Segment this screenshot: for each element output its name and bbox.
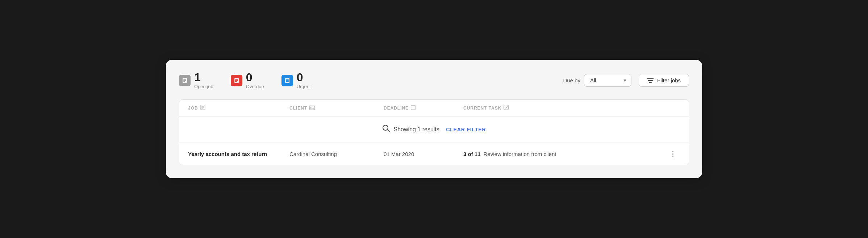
main-card: 1 Open job 0 Overdue (166, 60, 702, 178)
task-col-icon (504, 105, 509, 111)
svg-point-20 (310, 107, 312, 108)
stat-urgent: 0 Urgent (281, 71, 311, 89)
client-name: Cardinal Consulting (289, 151, 384, 157)
svg-rect-6 (235, 80, 238, 81)
top-bar: 1 Open job 0 Overdue (179, 71, 689, 89)
client-col-icon (309, 105, 315, 111)
stat-open-jobs: 1 Open job (179, 71, 213, 89)
svg-rect-1 (183, 79, 186, 80)
urgent-label: Urgent (297, 84, 311, 89)
col-header-deadline: DEADLINE (384, 105, 463, 111)
job-name: Yearly accounts and tax return (188, 151, 289, 157)
stat-overdue: 0 Overdue (231, 71, 264, 89)
job-col-icon (200, 105, 205, 111)
filter-jobs-label: Filter jobs (657, 77, 681, 83)
svg-rect-11 (286, 81, 289, 82)
col-header-job: JOB (188, 105, 289, 111)
svg-rect-18 (201, 108, 203, 108)
svg-rect-2 (183, 80, 186, 81)
svg-rect-25 (504, 105, 509, 110)
due-by-select-wrapper[interactable]: All This week This month Next month ▼ (584, 74, 631, 87)
overdue-icon (231, 75, 242, 86)
current-task-cell: 3 of 11 Review information from client (463, 151, 665, 157)
overdue-count: 0 (246, 71, 264, 83)
top-right-controls: Due by All This week This month Next mon… (563, 74, 689, 87)
filter-result-text: Showing 1 results. (394, 126, 441, 133)
svg-line-27 (387, 130, 389, 132)
svg-rect-9 (286, 79, 289, 80)
col-client-label: CLIENT (289, 106, 307, 111)
open-jobs-icon (179, 75, 191, 86)
overdue-text: 0 Overdue (246, 71, 264, 89)
filter-icon (647, 78, 654, 83)
task-description: Review information from client (484, 151, 556, 157)
col-task-label: CURRENT TASK (463, 106, 501, 111)
open-jobs-label: Open job (194, 84, 213, 89)
due-by-select[interactable]: All This week This month Next month (584, 74, 631, 87)
svg-rect-16 (201, 106, 204, 107)
due-by-label: Due by (563, 77, 580, 83)
clear-filter-button[interactable]: CLEAR FILTER (446, 127, 486, 132)
svg-rect-3 (183, 81, 185, 82)
col-header-client: CLIENT (289, 105, 384, 111)
row-menu-button[interactable]: ⋮ (665, 149, 680, 158)
svg-rect-17 (201, 107, 204, 107)
stats-group: 1 Open job 0 Overdue (179, 71, 311, 89)
col-header-current-task: CURRENT TASK (463, 105, 680, 111)
svg-rect-21 (411, 106, 416, 110)
open-jobs-text: 1 Open job (194, 71, 213, 89)
svg-rect-7 (235, 81, 237, 82)
svg-rect-10 (286, 80, 289, 81)
urgent-icon (281, 75, 293, 86)
open-jobs-count: 1 (194, 71, 213, 83)
col-deadline-label: DEADLINE (384, 106, 409, 111)
deadline-value: 01 Mar 2020 (384, 151, 463, 157)
filter-jobs-button[interactable]: Filter jobs (639, 74, 689, 87)
urgent-count: 0 (297, 71, 311, 83)
urgent-text: 0 Urgent (297, 71, 311, 89)
task-progress: 3 of 11 (463, 151, 481, 157)
due-by-group: Due by All This week This month Next mon… (563, 74, 631, 87)
filter-result-row: Showing 1 results. CLEAR FILTER (179, 116, 689, 143)
overdue-label: Overdue (246, 84, 264, 89)
jobs-table: JOB CLIENT (179, 99, 689, 165)
table-row: Yearly accounts and tax return Cardinal … (179, 143, 689, 165)
col-job-label: JOB (188, 106, 198, 111)
search-icon (382, 124, 390, 135)
svg-rect-5 (235, 79, 238, 80)
deadline-col-icon (411, 105, 416, 111)
table-header: JOB CLIENT (179, 100, 689, 116)
